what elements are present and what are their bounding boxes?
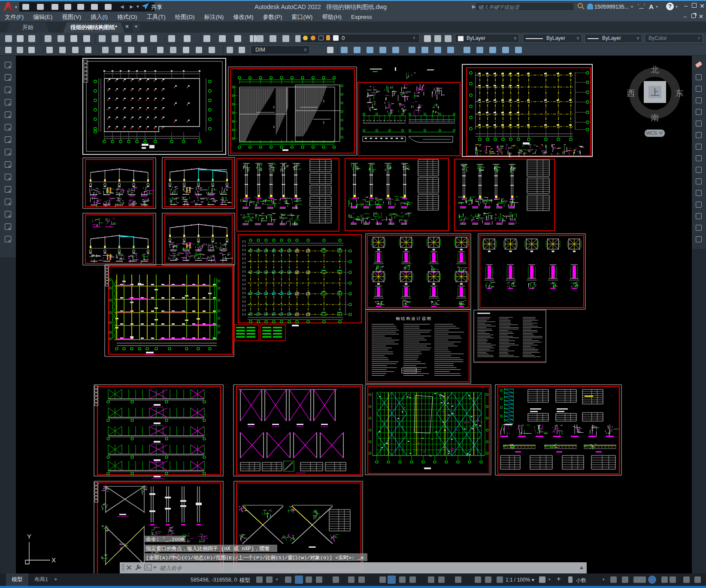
svg-text:南: 南 — [651, 113, 659, 122]
svg-text:X: X — [52, 556, 56, 564]
svg-text:西: 西 — [627, 89, 635, 98]
svg-text:命令: '_.zoom: 命令: '_.zoom — [146, 537, 184, 543]
svg-text:指定窗口的角点，输入比例因子 (nX 或 nXP)，或者: 指定窗口的角点，输入比例因子 (nX 或 nXP)，或者 — [145, 546, 270, 552]
svg-text:键入命令: 键入命令 — [160, 565, 182, 571]
svg-text:WCS: WCS — [646, 130, 657, 136]
svg-text:[全部(A)/中心(C)/动态(D)/范围(E)/上一个(P: [全部(A)/中心(C)/动态(D)/范围(E)/上一个(P)/比例(S)/窗口… — [146, 555, 364, 561]
svg-text:1: 1 — [273, 125, 275, 129]
svg-text:Y: Y — [27, 533, 31, 540]
svg-text:1: 1 — [323, 99, 325, 103]
svg-text:上: 上 — [651, 87, 659, 97]
svg-text:东: 东 — [676, 89, 684, 98]
svg-text:北: 北 — [651, 65, 659, 74]
svg-text:1: 1 — [323, 121, 325, 124]
svg-text:1: 1 — [273, 105, 275, 109]
svg-text:钢 结 构 设 计 说 明: 钢 结 构 设 计 说 明 — [396, 316, 431, 321]
